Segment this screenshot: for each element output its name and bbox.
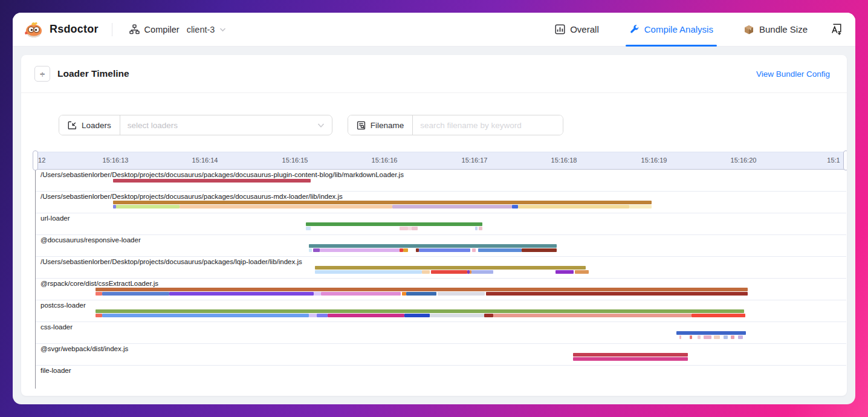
- loader-duration-bar[interactable]: [431, 270, 467, 274]
- loader-duration-bar[interactable]: [422, 270, 430, 274]
- file-search-icon: [357, 121, 366, 130]
- loader-duration-bar[interactable]: [400, 227, 408, 230]
- axis-tick-label: 15:1: [827, 157, 840, 164]
- loader-duration-bar[interactable]: [116, 205, 180, 208]
- loader-duration-bar[interactable]: [484, 314, 493, 317]
- loader-duration-bar[interactable]: [96, 314, 102, 317]
- loader-duration-bar[interactable]: [575, 270, 589, 274]
- nav-compile-analysis-label: Compile Analysis: [644, 24, 713, 34]
- loader-duration-bar[interactable]: [690, 335, 692, 339]
- nav-compile-analysis[interactable]: Compile Analysis: [627, 13, 716, 47]
- filename-filter-text: Filename: [371, 121, 404, 130]
- loader-duration-bar[interactable]: [676, 331, 746, 335]
- loader-name-label: file-loader: [40, 367, 71, 374]
- loader-name-label: /Users/sebastienlorber/Desktop/projects/…: [40, 258, 302, 265]
- divide-expand-icon[interactable]: ÷: [34, 66, 50, 82]
- nav-bundle-size[interactable]: Bundle Size: [741, 13, 810, 47]
- loader-duration-bar[interactable]: [430, 314, 484, 317]
- loader-duration-bar[interactable]: [512, 205, 518, 208]
- loader-duration-bar[interactable]: [403, 248, 408, 252]
- loader-duration-bar[interactable]: [306, 222, 482, 226]
- loader-duration-bar[interactable]: [102, 292, 169, 296]
- loader-duration-bar[interactable]: [472, 248, 476, 252]
- loader-duration-bar[interactable]: [404, 314, 430, 317]
- timeline-right-drag-handle[interactable]: [843, 150, 847, 170]
- font-size-language-icon: [831, 23, 843, 36]
- language-switch-button[interactable]: [831, 23, 843, 36]
- card-content: Loaders select loaders: [21, 115, 847, 389]
- loader-duration-bar[interactable]: [96, 309, 744, 313]
- timeline-row: @svgr/webpack/dist/index.js: [36, 343, 846, 365]
- loader-duration-bar[interactable]: [479, 227, 482, 230]
- loader-duration-bar[interactable]: [629, 205, 652, 208]
- bar-chart-icon: [555, 24, 565, 34]
- loader-duration-bar[interactable]: [328, 314, 404, 317]
- page-title: Loader Timeline: [57, 68, 756, 79]
- loader-duration-bar[interactable]: [309, 314, 317, 317]
- view-bundler-config-link[interactable]: View Bundler Config: [756, 70, 830, 79]
- loader-duration-bar[interactable]: [406, 292, 436, 296]
- loader-duration-bar[interactable]: [478, 248, 522, 252]
- loader-duration-bar[interactable]: [573, 353, 688, 357]
- timeline-row: @docusaurus/responsive-loader: [36, 234, 846, 256]
- loader-name-label: /Users/sebastienlorber/Desktop/projects/…: [40, 193, 343, 200]
- loader-duration-bar[interactable]: [306, 227, 311, 230]
- filename-search-input[interactable]: [413, 115, 563, 135]
- filters-row: Loaders select loaders: [59, 115, 847, 135]
- loader-duration-bar[interactable]: [313, 248, 320, 252]
- loader-duration-bar[interactable]: [317, 314, 328, 317]
- app-body: ÷ Loader Timeline View Bundler Config: [13, 47, 855, 404]
- timeline-rows: /Users/sebastienlorber/Desktop/projects/…: [35, 169, 846, 389]
- loader-timeline-chart[interactable]: :1215:16:1315:16:1415:16:1515:16:1615:16…: [35, 152, 846, 389]
- loader-duration-bar[interactable]: [309, 248, 312, 252]
- app-window: Rsdoctor Compiler client-3: [13, 13, 855, 404]
- loader-duration-bar[interactable]: [731, 335, 734, 339]
- loader-duration-bar[interactable]: [169, 292, 314, 296]
- loader-duration-bar[interactable]: [555, 270, 574, 274]
- loader-duration-bar[interactable]: [493, 314, 691, 317]
- loader-duration-bar[interactable]: [320, 248, 400, 252]
- wrench-icon: [629, 24, 640, 34]
- loader-duration-bar[interactable]: [704, 335, 711, 339]
- timeline-row: css-loader: [36, 322, 846, 343]
- loader-duration-bar[interactable]: [471, 270, 493, 274]
- loader-duration-bar[interactable]: [691, 314, 745, 317]
- loader-duration-bar[interactable]: [321, 292, 401, 296]
- loader-duration-bar[interactable]: [698, 335, 701, 339]
- loader-duration-bar[interactable]: [714, 335, 720, 339]
- loader-duration-bar[interactable]: [309, 244, 557, 248]
- timeline-left-drag-handle[interactable]: [33, 150, 38, 170]
- loader-duration-bar[interactable]: [412, 227, 418, 230]
- loader-duration-bar[interactable]: [438, 292, 485, 296]
- loader-duration-bar[interactable]: [113, 179, 311, 183]
- loader-duration-bar[interactable]: [522, 248, 557, 252]
- time-axis[interactable]: :1215:16:1315:16:1415:16:1515:16:1615:16…: [35, 152, 846, 169]
- loader-duration-bar[interactable]: [113, 201, 652, 204]
- loader-duration-bar[interactable]: [724, 335, 728, 339]
- filename-filter-group: Filename: [348, 115, 564, 135]
- brand: Rsdoctor: [24, 21, 99, 39]
- loader-duration-bar[interactable]: [315, 270, 422, 274]
- loaders-filter-text: Loaders: [82, 121, 111, 130]
- loader-duration-bar[interactable]: [573, 357, 688, 361]
- loader-duration-bar[interactable]: [475, 227, 478, 230]
- loader-duration-bar[interactable]: [679, 335, 681, 339]
- nav-overall[interactable]: Overall: [552, 13, 601, 47]
- loader-duration-bar[interactable]: [96, 288, 748, 291]
- loader-duration-bar[interactable]: [402, 292, 406, 296]
- loader-duration-bar[interactable]: [738, 335, 743, 339]
- loader-duration-bar[interactable]: [96, 292, 102, 296]
- compiler-select[interactable]: Compiler client-3: [129, 24, 227, 34]
- loader-duration-bar[interactable]: [314, 292, 321, 296]
- loader-duration-bar[interactable]: [518, 205, 629, 208]
- loaders-select[interactable]: select loaders: [120, 115, 332, 135]
- loader-duration-bar[interactable]: [315, 266, 586, 270]
- loader-duration-bar[interactable]: [102, 314, 309, 317]
- loader-duration-bar[interactable]: [419, 248, 470, 252]
- select-chevron-down-icon: [317, 123, 325, 128]
- loader-name-label: url-loader: [40, 215, 70, 222]
- loader-duration-bar[interactable]: [392, 205, 512, 208]
- chevron-down-icon: [219, 27, 226, 32]
- loader-duration-bar[interactable]: [486, 292, 748, 296]
- loader-duration-bar[interactable]: [180, 205, 392, 208]
